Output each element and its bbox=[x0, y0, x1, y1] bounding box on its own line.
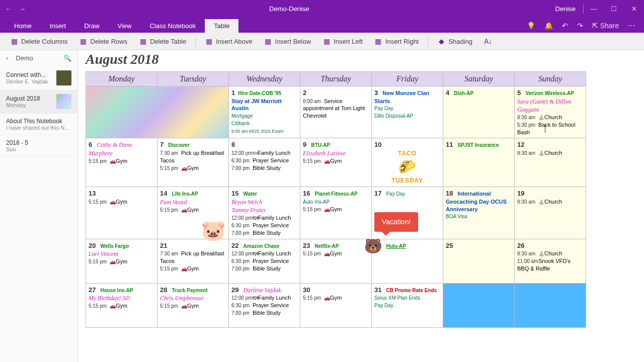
cell-31[interactable]: 31 CB Promo Rate Ends Sirius XM Plan End… bbox=[372, 283, 443, 327]
cell-15[interactable]: 15 Water Bryan Welch Tammy Prater 12:00 … bbox=[229, 187, 300, 239]
sidebar-item-connect[interactable]: Connect with...Denise E. Vajdak bbox=[0, 66, 77, 90]
pig-icon: 🐷 bbox=[201, 217, 226, 244]
cell-30[interactable]: 30 5:15 pm🚗Gym bbox=[300, 283, 372, 327]
text-cursor bbox=[545, 125, 545, 133]
notifications-icon[interactable]: 🔔 bbox=[544, 22, 553, 30]
more-button[interactable]: ⋯ bbox=[628, 22, 635, 30]
sidebar-back-icon[interactable]: ‹ bbox=[6, 54, 8, 62]
cell-24[interactable]: 🐻 24 Hulu-AP bbox=[372, 239, 443, 283]
col-sun: Sunday bbox=[515, 72, 586, 86]
bear-icon: 🐻 bbox=[364, 237, 382, 256]
vacation-sticker: Vacation! bbox=[374, 212, 418, 232]
taco-icon: 🌮 bbox=[374, 157, 440, 176]
col-sat: Saturday bbox=[443, 72, 515, 86]
page-content[interactable]: August 2018 Monday Tuesday Wednesday Thu… bbox=[78, 50, 644, 362]
tab-home[interactable]: Home bbox=[5, 19, 41, 33]
cell-16[interactable]: 16 Planet Fitness-AP Auto Ins-AP 5:15 pm… bbox=[300, 187, 372, 239]
cell-18[interactable]: 18 International Geocaching Day OCUS Ann… bbox=[443, 187, 515, 239]
share-button[interactable]: ⇱ Share bbox=[592, 22, 619, 30]
avatar-thumb bbox=[56, 70, 71, 85]
sidebar-item-august[interactable]: August 2018Monday bbox=[0, 90, 77, 114]
insert-above-button[interactable]: ▦Insert Above bbox=[200, 35, 257, 47]
cell-25[interactable]: 25 bbox=[443, 239, 515, 283]
insert-right-button[interactable]: ▦Insert Right bbox=[369, 35, 424, 47]
page-title[interactable]: August 2018 bbox=[86, 50, 636, 71]
shading-button[interactable]: ◆Shading bbox=[432, 35, 477, 47]
col-thu: Thursday bbox=[300, 72, 372, 86]
cell-17[interactable]: 17 Pay Day Vacation! bbox=[372, 187, 443, 239]
cell-1[interactable]: 1Hire Date-COB '95 Stay at JW Marriott A… bbox=[229, 86, 300, 138]
tab-table[interactable]: Table bbox=[205, 19, 238, 33]
insert-below-button[interactable]: ▦Insert Below bbox=[259, 35, 316, 47]
sidebar-search-label: Demo bbox=[16, 54, 63, 62]
redo-button[interactable]: ↷ bbox=[577, 22, 583, 30]
cell-8[interactable]: 8 12:00 pm🍽Family Lunch 6:30 pmPrayer Se… bbox=[229, 138, 300, 187]
tab-classnotebook[interactable]: Class Notebook bbox=[141, 19, 205, 33]
cell-12[interactable]: 12 8:30 am⛪Church bbox=[515, 138, 586, 187]
user-label[interactable]: Denise bbox=[548, 5, 583, 13]
week-row[interactable]: 20 Wells Fargo Lori Vincent 5:15 pm🚗Gym … bbox=[86, 239, 586, 283]
delete-rows-button[interactable]: ▦Delete Rows bbox=[74, 35, 133, 47]
sidebar-item-about[interactable]: About This NotebookI have shared out thi… bbox=[0, 114, 77, 135]
minimize-button[interactable]: — bbox=[584, 5, 604, 13]
document-title: Demo-Denise bbox=[31, 5, 548, 13]
cell-19[interactable]: 19 8:30 am⛪Church bbox=[515, 187, 586, 239]
tab-insert[interactable]: Insert bbox=[41, 19, 75, 33]
cell-13[interactable]: 13 5:15 pm🚗Gym bbox=[86, 187, 157, 239]
col-fri: Friday bbox=[372, 72, 443, 86]
tab-draw[interactable]: Draw bbox=[75, 19, 108, 33]
cell-14[interactable]: 14 Life Ins-AP Pam Vestal 5:15 pm🚗Gym 🐷 bbox=[157, 187, 229, 239]
cell-21[interactable]: 21 7:30 amPick up Breakfast Tacos 5:15 p… bbox=[157, 239, 229, 283]
page-thumb bbox=[56, 94, 71, 109]
close-button[interactable]: ✕ bbox=[624, 5, 644, 13]
undo-button[interactable]: ↶ bbox=[562, 22, 568, 30]
week-row[interactable]: 13 5:15 pm🚗Gym 14 Life Ins-AP Pam Vestal… bbox=[86, 187, 586, 239]
cell-7[interactable]: 7 Discover 7:30 amPick up Breakfast Taco… bbox=[157, 138, 229, 187]
back-arrow[interactable]: ← bbox=[5, 5, 12, 13]
col-wed: Wednesday bbox=[229, 72, 300, 86]
cell-10[interactable]: 10 TACO 🌮 TUESDAY bbox=[372, 138, 443, 187]
cell-9[interactable]: 9 BTU-AP Elizabeth Larivee 5:15 pm🚗Gym bbox=[300, 138, 372, 187]
cell-28[interactable]: 28 Truck Payment Chris Umphenour 5:15 pm… bbox=[157, 283, 229, 327]
cell-3[interactable]: 3 New Munzee Clan Starts Pay Day Dillo D… bbox=[372, 86, 443, 138]
col-tue: Tuesday bbox=[157, 72, 229, 86]
week-row[interactable]: 27 House Ins-AP My Birthday! 50! 5:15 pm… bbox=[86, 283, 586, 327]
cell-6[interactable]: 6 Cathy & Dane Murphree 5:15 pm🚗Gym bbox=[86, 138, 157, 187]
titlebar: ← → Demo-Denise Denise — ☐ ✕ bbox=[0, 0, 644, 18]
insert-left-button[interactable]: ▦Insert Left bbox=[317, 35, 368, 47]
week-row[interactable]: 1Hire Date-COB '95 Stay at JW Marriott A… bbox=[86, 86, 586, 138]
cell-blank[interactable] bbox=[86, 86, 229, 138]
calendar-table[interactable]: Monday Tuesday Wednesday Thursday Friday… bbox=[86, 71, 586, 328]
maximize-button[interactable]: ☐ bbox=[604, 5, 624, 13]
cell-20[interactable]: 20 Wells Fargo Lori Vincent 5:15 pm🚗Gym bbox=[86, 239, 157, 283]
cell-29[interactable]: 29 Darlene Vajdak 12:00 pm🍽Family Lunch … bbox=[229, 283, 300, 327]
cell-4[interactable]: 4 Dish-AP bbox=[443, 86, 515, 138]
cell-26[interactable]: 26 8:30 am⛪Church 11:00 amSnook VFD's BB… bbox=[515, 239, 586, 283]
cell-11[interactable]: 11 SPJST Insurance bbox=[443, 138, 515, 187]
cell-5[interactable]: 5 Verizon Wireless-AP Sara (Gantt) & Dil… bbox=[515, 86, 586, 138]
sidebar: ‹ Demo 🔍 Connect with...Denise E. Vajdak… bbox=[0, 50, 78, 362]
sidebar-item-2018-5[interactable]: 2018 - 5Sun bbox=[0, 135, 77, 157]
col-mon: Monday bbox=[86, 72, 157, 86]
delete-table-button[interactable]: ▦Delete Table bbox=[134, 35, 191, 47]
week-row[interactable]: 6 Cathy & Dane Murphree 5:15 pm🚗Gym 7 Di… bbox=[86, 138, 586, 187]
sort-button[interactable]: A↓ bbox=[479, 35, 497, 47]
cell-blank-sun[interactable] bbox=[515, 283, 586, 327]
delete-columns-button[interactable]: ▦Delete Columns bbox=[5, 35, 73, 47]
toolbar: ▦Delete Columns ▦Delete Rows ▦Delete Tab… bbox=[0, 33, 644, 50]
cell-23[interactable]: 23 Netflix-AP 5:15 pm🚗Gym bbox=[300, 239, 372, 283]
tab-view[interactable]: View bbox=[109, 19, 141, 33]
cell-27[interactable]: 27 House Ins-AP My Birthday! 50! 5:15 pm… bbox=[86, 283, 157, 327]
cell-blank-sat[interactable] bbox=[443, 283, 515, 327]
cell-22[interactable]: 22 Amazon Chase 12:00 pm🍽Family Lunch 6:… bbox=[229, 239, 300, 283]
search-icon[interactable]: 🔍 bbox=[63, 54, 71, 62]
forward-arrow[interactable]: → bbox=[19, 5, 26, 13]
cell-2[interactable]: 2 8:00 amService appointment at Tom Ligh… bbox=[300, 86, 372, 138]
tellme-icon[interactable]: 💡 bbox=[527, 22, 535, 30]
ribbon-tabs: Home Insert Draw View Class Notebook Tab… bbox=[0, 18, 644, 33]
